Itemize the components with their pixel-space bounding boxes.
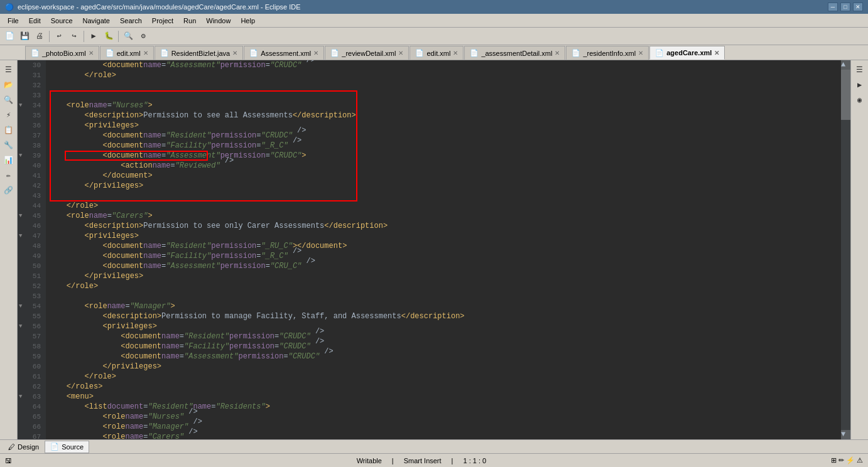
tab-reviewdetail-close[interactable]: ✕ [398, 50, 403, 56]
code-content[interactable]: <document name="Assessment" permission="… [46, 60, 841, 439]
far-right-sidebar: ☰ ▶ ◉ [850, 60, 868, 439]
toolbar-settings[interactable]: ⚙ [136, 30, 150, 43]
tab-photobio-label: _photoBio.xml [42, 50, 86, 57]
code-line-35: <description>Permission to see all Asses… [48, 110, 841, 121]
scrollbar-up[interactable]: ▲ [841, 60, 850, 70]
tab-photobio[interactable]: 📄 _photoBio.xml ✕ [25, 46, 99, 60]
menu-help[interactable]: Help [236, 16, 260, 26]
source-icon: 📄 [50, 443, 59, 451]
sidebar-icon-8[interactable]: ✏ [2, 168, 16, 182]
toolbar-print[interactable]: 🖨 [33, 30, 46, 43]
sidebar-icon-6[interactable]: 🔧 [2, 138, 16, 152]
menu-bar: File Edit Source Navigate Search Project… [0, 14, 868, 28]
tab-residentbizlet[interactable]: 📄 ResidentBizlet.java ✕ [155, 46, 244, 60]
menu-source[interactable]: Source [46, 16, 78, 26]
far-right-icon-2[interactable]: ▶ [853, 78, 867, 92]
bottom-tab-design[interactable]: 🖊 Design [3, 441, 45, 453]
menu-project[interactable]: Project [147, 16, 178, 26]
ln-47: ▼47 [18, 231, 46, 241]
tab-photobio-close[interactable]: ✕ [89, 50, 94, 56]
tab-editxml2[interactable]: 📄 edit.xml ✕ [410, 46, 464, 60]
ln-45: ▼45 [18, 211, 46, 221]
toolbar-run[interactable]: ▶ [87, 30, 100, 43]
code-line-55: <description>Permission to manage Facili… [48, 311, 841, 321]
ln-38: 38 [18, 141, 46, 151]
menu-edit[interactable]: Edit [24, 16, 46, 26]
tab-residentbizlet-label: ResidentBizlet.java [171, 50, 231, 57]
toolbar-new[interactable]: 📄 [3, 30, 16, 43]
ln-46: 46 [18, 221, 46, 231]
tab-assessment[interactable]: 📄 Assessment.xml ✕ [244, 46, 324, 60]
tab-assessment-label: Assessment.xml [261, 50, 311, 57]
tab-agedcare-close[interactable]: ✕ [714, 50, 719, 56]
code-line-50: <document name="Assessment" permission="… [48, 261, 841, 271]
code-line-34: <role name="Nurses"> [48, 100, 841, 110]
tab-assessmentdetail[interactable]: 📄 _assessmentDetail.xml ✕ [464, 46, 565, 60]
toolbar-redo[interactable]: ↪ [67, 30, 81, 43]
code-line-51: </privileges> [48, 271, 841, 281]
ln-64: 64 [18, 402, 46, 412]
tab-reviewdetail[interactable]: 📄 _reviewDetail.xml ✕ [325, 46, 409, 60]
tab-reviewdetail-label: _reviewDetail.xml [342, 50, 396, 57]
sidebar-icon-4[interactable]: ⚡ [2, 108, 16, 122]
minimize-button[interactable]: ─ [828, 3, 838, 11]
far-right-icon-3[interactable]: ◉ [853, 93, 867, 107]
ln-48: 48 [18, 241, 46, 251]
code-line-52: </role> [48, 281, 841, 291]
tab-residentinfo[interactable]: 📄 _residentInfo.xml ✕ [566, 46, 649, 60]
scrollbar-down[interactable]: ▼ [841, 430, 850, 439]
toolbar-debug[interactable]: 🐛 [102, 30, 116, 43]
status-icons: 🖫 [5, 457, 12, 464]
tab-editxml1-close[interactable]: ✕ [143, 50, 148, 56]
bottom-tabs: 🖊 Design 📄 Source [0, 439, 868, 453]
toolbar-undo[interactable]: ↩ [52, 30, 66, 43]
menu-file[interactable]: File [3, 16, 24, 26]
code-inner: 30 31 32 33 ▼34 35 36 37 38 ▼39 40 41 42… [18, 60, 850, 439]
tab-residentinfo-close[interactable]: ✕ [638, 50, 643, 56]
menu-run[interactable]: Run [178, 16, 201, 26]
code-line-56: <privileges> [48, 321, 841, 331]
toolbar-search[interactable]: 🔍 [121, 30, 135, 43]
menu-window[interactable]: Window [201, 16, 236, 26]
title-bar-controls[interactable]: ─ □ ✕ [828, 3, 863, 11]
ln-66: 66 [18, 422, 46, 432]
scrollbar-thumb[interactable] [841, 70, 850, 120]
source-label: Source [62, 443, 84, 451]
status-insert-mode: Smart Insert [404, 457, 442, 464]
toolbar-sep-1 [49, 31, 50, 42]
sidebar-icon-3[interactable]: 🔍 [2, 93, 16, 107]
tab-bar: 📄 _photoBio.xml ✕ 📄 edit.xml ✕ 📄 Residen… [0, 45, 868, 60]
sidebar-icon-7[interactable]: 📊 [2, 153, 16, 167]
tab-assessment-icon: 📄 [249, 49, 258, 57]
sidebar-icon-9[interactable]: 🔗 [2, 183, 16, 197]
ln-43: 43 [18, 191, 46, 201]
status-right: ⊞ ✏ ⚡ ⚠ [831, 456, 863, 464]
maximize-button[interactable]: □ [840, 3, 850, 11]
code-line-59: <document name="Assessment" permission="… [48, 352, 841, 362]
toolbar-save[interactable]: 💾 [18, 30, 31, 43]
ln-50: 50 [18, 261, 46, 271]
tab-assessment-close[interactable]: ✕ [313, 50, 318, 56]
far-right-icon-1[interactable]: ☰ [853, 63, 867, 77]
menu-search[interactable]: Search [115, 16, 147, 26]
design-icon: 🖊 [8, 443, 15, 451]
tab-editxml1[interactable]: 📄 edit.xml ✕ [100, 46, 154, 60]
tab-assessmentdetail-close[interactable]: ✕ [555, 50, 560, 56]
sidebar-icon-5[interactable]: 📋 [2, 123, 16, 137]
menu-navigate[interactable]: Navigate [78, 16, 115, 26]
code-area[interactable]: 30 31 32 33 ▼34 35 36 37 38 ▼39 40 41 42… [18, 60, 850, 439]
ln-40: 40 [18, 161, 46, 171]
vertical-scrollbar[interactable]: ▲ ▼ [841, 60, 850, 439]
code-line-30: <document name="Assessment" permission="… [48, 60, 841, 70]
sidebar-icon-1[interactable]: ☰ [2, 63, 16, 77]
tab-photobio-icon: 📄 [31, 49, 40, 57]
ln-63: ▼63 [18, 392, 46, 402]
tab-agedcare[interactable]: 📄 agedCare.xml ✕ [649, 46, 725, 60]
sidebar-icon-2[interactable]: 📂 [2, 78, 16, 92]
tab-editxml2-close[interactable]: ✕ [453, 50, 458, 56]
bottom-tab-source[interactable]: 📄 Source [45, 441, 89, 453]
close-button[interactable]: ✕ [853, 3, 863, 11]
tab-residentbizlet-close[interactable]: ✕ [232, 50, 237, 56]
code-line-62: </roles> [48, 382, 841, 392]
ln-52: 52 [18, 281, 46, 291]
